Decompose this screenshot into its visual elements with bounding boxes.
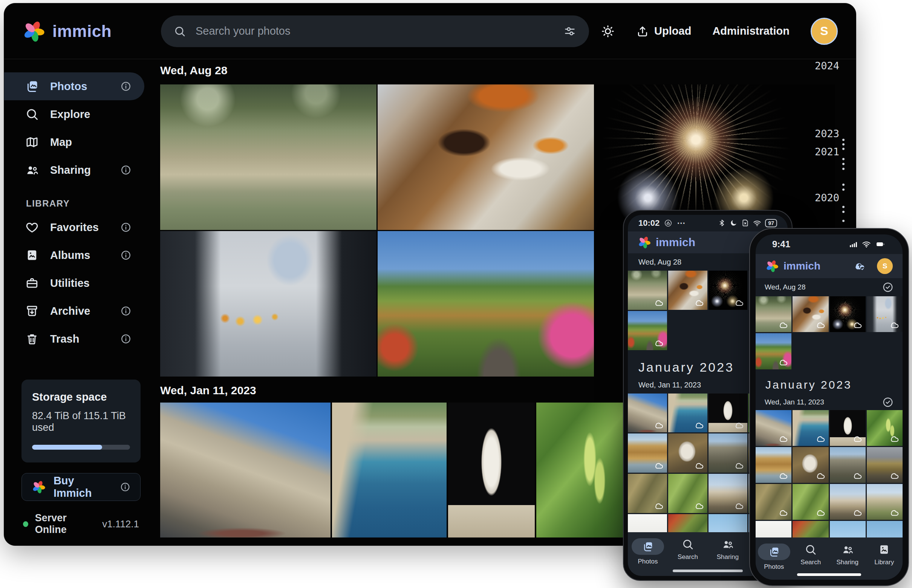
search-icon: [682, 538, 694, 550]
thumb-holding-hands[interactable]: [867, 296, 902, 332]
sidebar-item-albums[interactable]: Albums: [4, 241, 144, 269]
sidebar-item-trash[interactable]: Trash: [4, 325, 144, 353]
thumb-autumn-park[interactable]: [628, 311, 667, 350]
thumb-beach-cliff[interactable]: [628, 433, 667, 473]
administration-label: Administration: [712, 25, 789, 37]
map-icon: [25, 135, 39, 149]
sidebar-item-label: Utilities: [50, 277, 90, 289]
thumb-coastal-town[interactable]: [793, 410, 828, 446]
nav-tab-photos[interactable]: Photos: [755, 538, 793, 580]
photo-green-berries[interactable]: [536, 402, 626, 538]
thumb-autumn-park[interactable]: [755, 333, 791, 369]
thumb-zoo-monkeys[interactable]: [755, 296, 791, 332]
sidebar-item-favorites[interactable]: Favorites: [4, 213, 144, 241]
immich-marketing-canvas: immich Upload Administration: [0, 0, 912, 588]
nav-tab-photos[interactable]: Photos: [628, 532, 668, 576]
thumb-tiered-ornament[interactable]: [867, 447, 902, 483]
filter-icon[interactable]: [563, 25, 576, 38]
cloud-icon: [734, 298, 744, 308]
photo-fortress-walls[interactable]: [160, 402, 331, 538]
buy-immich-button[interactable]: Buy Immich: [21, 473, 140, 501]
info-icon[interactable]: [120, 81, 132, 92]
thumb-fortress-walls[interactable]: [755, 410, 791, 446]
thumb-fortress-walls[interactable]: [628, 394, 667, 433]
thumb-beach-cliff[interactable]: [755, 447, 791, 483]
home-indicator[interactable]: [673, 570, 743, 572]
thumb-lizard-moss[interactable]: [793, 484, 828, 520]
thumb-coastal-town[interactable]: [668, 394, 707, 433]
home-indicator[interactable]: [797, 573, 861, 576]
cloud-icon: [778, 508, 788, 518]
date-group-header: Wed, Aug 28: [755, 278, 902, 296]
thumb-lizard-closeup[interactable]: [628, 474, 667, 513]
thumb-marble-bust[interactable]: [830, 410, 866, 446]
thumb-dinner-table[interactable]: [668, 271, 707, 310]
sidebar-item-explore[interactable]: Explore: [4, 100, 144, 128]
thumb-zoo-monkeys[interactable]: [628, 271, 667, 310]
info-icon[interactable]: [120, 250, 132, 261]
storage-progress-bar: [32, 445, 130, 450]
sharing-people-icon: [25, 163, 39, 177]
thumb-castle-ruins[interactable]: [709, 433, 748, 473]
timeline-year-2024[interactable]: 2024: [815, 60, 839, 72]
administration-link[interactable]: Administration: [712, 25, 789, 37]
thumb-farmhouse[interactable]: [867, 484, 902, 520]
sidebar-item-archive[interactable]: Archive: [4, 297, 144, 325]
select-all-check-icon[interactable]: [882, 281, 894, 293]
search-input[interactable]: [195, 25, 554, 37]
cloud-icon: [734, 501, 744, 511]
sidebar-item-sharing[interactable]: Sharing: [4, 156, 144, 184]
photo-coastal-town[interactable]: [332, 402, 447, 538]
select-all-check-icon[interactable]: [882, 397, 894, 408]
theme-toggle-sun-icon[interactable]: [601, 24, 615, 39]
cloud-icon: [815, 320, 826, 330]
thumb-dinner-table[interactable]: [793, 296, 828, 332]
timeline-year-2020[interactable]: 2020: [815, 192, 839, 204]
user-avatar[interactable]: S: [810, 18, 838, 45]
nav-tab-library[interactable]: Library: [866, 538, 903, 580]
server-online-dot: [23, 521, 28, 527]
info-icon[interactable]: [120, 305, 132, 317]
photo-autumn-park[interactable]: [378, 231, 594, 376]
nav-tab-label: Library: [874, 559, 894, 566]
thumb-stone-sculpture[interactable]: [668, 433, 707, 473]
thumb-castle-ruins[interactable]: [830, 447, 866, 483]
photo-holding-hands[interactable]: [160, 231, 376, 376]
thumb-fireworks[interactable]: [830, 296, 866, 332]
cloud-icon: [778, 357, 788, 367]
timeline-tick: [842, 139, 844, 141]
sidebar-item-utilities[interactable]: Utilities: [4, 269, 144, 297]
thumb-church-village[interactable]: [830, 484, 866, 520]
photos-icon: [758, 544, 790, 560]
thumb-green-berries[interactable]: [867, 410, 902, 446]
sidebar-item-photos[interactable]: Photos: [4, 73, 144, 100]
top-navigation-bar: immich Upload Administration: [4, 3, 856, 59]
thumb-church-village[interactable]: [709, 474, 748, 513]
backup-cloud-icon[interactable]: [852, 260, 867, 273]
info-icon[interactable]: [120, 481, 131, 493]
photo-dinner-table[interactable]: [378, 84, 594, 230]
cloud-icon: [815, 471, 826, 481]
thumb-fireworks[interactable]: [709, 271, 748, 310]
timeline-year-2023[interactable]: 2023: [815, 128, 839, 139]
info-icon[interactable]: [120, 333, 132, 344]
photo-zoo-monkeys[interactable]: [160, 84, 376, 230]
thumb-stone-sculpture[interactable]: [793, 447, 828, 483]
info-icon[interactable]: [120, 164, 132, 176]
immich-logo[interactable]: immich: [22, 19, 161, 43]
thumb-lizard-moss[interactable]: [668, 474, 707, 513]
timeline-year-2021[interactable]: 2021: [815, 146, 839, 158]
photo-marble-bust[interactable]: [448, 402, 535, 538]
thumb-marble-bust[interactable]: [709, 394, 748, 433]
sidebar-item-map[interactable]: Map: [4, 128, 144, 156]
nav-tab-label: Photos: [638, 558, 658, 565]
user-avatar[interactable]: S: [877, 258, 893, 274]
thumb-lizard-closeup[interactable]: [755, 484, 791, 520]
info-icon[interactable]: [120, 221, 132, 233]
iphone-screen: 9:41 immich S Wed, Aug 28: [755, 234, 902, 580]
search-bar[interactable]: [161, 15, 589, 47]
photo-fireworks[interactable]: [595, 84, 835, 230]
upload-button[interactable]: Upload: [636, 25, 691, 38]
nav-tab-label: Photos: [764, 563, 784, 571]
cloud-icon: [778, 320, 788, 330]
